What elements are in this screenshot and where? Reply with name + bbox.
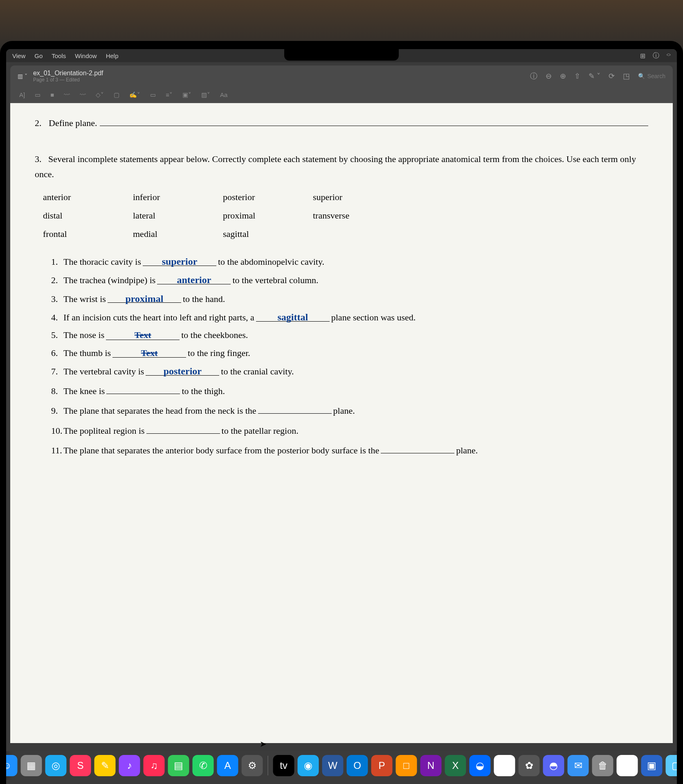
dock-icon-appstore[interactable]: A — [217, 755, 238, 776]
statement-post: plane. — [456, 443, 478, 458]
markup-icon[interactable]: ✎ ˅ — [589, 72, 600, 81]
sign-icon[interactable]: ✍˅ — [129, 91, 140, 99]
menu-tools[interactable]: Tools — [52, 52, 66, 59]
dock-icon-onenote[interactable]: N — [420, 755, 442, 776]
statement-row: 4.If an incision cuts the heart into lef… — [51, 309, 648, 325]
statement-row: 5.The nose is Text to the cheekbones. — [51, 327, 648, 342]
dock-icon-outlook[interactable]: O — [347, 755, 368, 776]
dock-icon-notes[interactable]: ✎ — [94, 755, 116, 776]
dock-icon-launchpad[interactable]: ▦ — [21, 755, 42, 776]
control-center-icon[interactable]: ⊞ — [640, 52, 645, 60]
statement-post: to the patellar region. — [222, 423, 299, 438]
dock-icon-powerpoint[interactable]: P — [371, 755, 393, 776]
statement-post: to the vertebral column. — [232, 273, 318, 288]
statement-answer[interactable]: posterior — [164, 366, 202, 376]
zoom-out-icon[interactable]: ⊖ — [546, 72, 552, 81]
statement-answer[interactable]: Text — [141, 348, 158, 358]
menu-go[interactable]: Go — [34, 52, 43, 59]
cursor-icon: ➤ — [260, 739, 267, 749]
dock-icon-safari2[interactable]: ◉ — [298, 755, 319, 776]
sketch-icon[interactable]: 〰 — [64, 91, 70, 98]
statement-pre: The plane that separates the anterior bo… — [63, 443, 379, 458]
statement-pre: The popliteal region is — [63, 423, 145, 438]
dock-icon-messenger[interactable]: ◒ — [470, 755, 491, 776]
statement-row: 11.The plane that separates the anterior… — [51, 441, 648, 458]
q2-blank[interactable] — [100, 115, 649, 126]
search-field[interactable]: 🔍 Search — [638, 73, 665, 79]
statement-answer[interactable]: anterior — [177, 275, 211, 285]
list-icon[interactable]: ≡˅ — [166, 91, 173, 99]
statement-blank[interactable] — [381, 441, 454, 453]
sidebar-toggle-icon[interactable]: ▥ ˅ — [18, 73, 27, 79]
statement-answer[interactable]: Text — [135, 330, 151, 340]
statement-number: 4. — [51, 310, 63, 325]
dock-icon-books[interactable]: □ — [396, 755, 417, 776]
statement-blank[interactable] — [146, 421, 220, 434]
info-button-icon[interactable]: ⓘ — [530, 71, 537, 81]
dock-icon-settings[interactable]: ⚙ — [242, 755, 263, 776]
redact-icon[interactable]: ■ — [50, 91, 54, 98]
dock-icon-mail[interactable]: ✉ — [568, 755, 589, 776]
statement-blank[interactable]: posterior — [146, 363, 219, 376]
dock-icon-finder[interactable]: ☺ — [6, 755, 18, 776]
dock-icon-excel[interactable]: X — [445, 755, 466, 776]
dock-icon-discord[interactable]: ◓ — [543, 755, 564, 776]
dock-icon-folder[interactable]: ▢ — [666, 755, 677, 776]
dock-icon-whatsapp[interactable]: ✆ — [193, 755, 214, 776]
statement-number: 1. — [51, 254, 63, 269]
statement-answer[interactable]: proximal — [125, 293, 163, 304]
dock-icon-chrome[interactable]: ◕ — [617, 755, 638, 776]
statement-blank[interactable]: anterior — [157, 272, 231, 284]
statement-blank[interactable]: Text — [106, 327, 180, 340]
rect-select-icon[interactable]: ▭ — [35, 91, 40, 99]
q3-number: 3. — [35, 154, 42, 164]
statement-post: plane. — [333, 403, 355, 418]
statement-blank[interactable] — [258, 401, 332, 414]
statement-blank[interactable]: proximal — [108, 291, 181, 303]
statement-row: 2.The trachea (windpipe) is anterior to … — [51, 272, 648, 288]
statement-answer[interactable]: superior — [162, 256, 198, 267]
dock-icon-preview[interactable]: ▣ — [641, 755, 663, 776]
q2-prompt: Define plane. — [49, 115, 97, 131]
shapes-icon[interactable]: ◇˅ — [96, 91, 104, 99]
statement-number: 3. — [51, 291, 63, 306]
share-icon[interactable]: ⇧ — [574, 72, 580, 81]
menu-view[interactable]: View — [12, 52, 25, 59]
word-bank: anteriorinferiorposteriorsuperiordistall… — [43, 189, 648, 242]
statement-pre: The trachea (windpipe) is — [63, 273, 155, 288]
draw-icon[interactable]: 〰 — [80, 91, 86, 98]
note-icon[interactable]: ▭ — [150, 91, 156, 99]
dock-icon-photos[interactable]: ✿ — [519, 755, 540, 776]
statement-blank[interactable]: Text — [112, 345, 186, 358]
text-select-icon[interactable]: A] — [19, 91, 25, 98]
statement-post: to the hand. — [183, 291, 225, 306]
zoom-in-icon[interactable]: ⊕ — [560, 72, 566, 81]
word-bank-term: frontal — [43, 226, 117, 241]
dock-icon-music[interactable]: ♫ — [144, 755, 165, 776]
dock-icon-trash[interactable]: 🗑 — [592, 755, 613, 776]
border-icon[interactable]: ▣˅ — [182, 91, 191, 99]
text-icon[interactable]: ▢ — [114, 91, 119, 99]
statement-blank[interactable]: sagittal — [256, 309, 330, 322]
bluetooth-icon[interactable]: ⌔ — [667, 52, 671, 59]
dock-icon-podcasts[interactable]: ♪ — [119, 755, 140, 776]
crop-icon[interactable]: ◳ — [623, 72, 630, 81]
dock-icon-shortcuts[interactable]: S — [70, 755, 91, 776]
search-icon: 🔍 — [638, 73, 645, 79]
dock-icon-word[interactable]: W — [322, 755, 344, 776]
info-icon[interactable]: ⓘ — [653, 52, 659, 60]
statement-blank[interactable]: superior — [143, 253, 216, 266]
dock-icon-safari[interactable]: ◎ — [45, 755, 67, 776]
statement-pre: The vertebral cavity is — [63, 364, 144, 379]
dock-separator — [268, 756, 268, 775]
dock-icon-appletv[interactable]: tv — [273, 755, 294, 776]
dock-icon-numbers[interactable]: ▤ — [168, 755, 189, 776]
statement-answer[interactable]: sagittal — [277, 312, 308, 322]
fill-icon[interactable]: ▨˅ — [201, 91, 210, 99]
statement-blank[interactable] — [106, 381, 180, 394]
rotate-icon[interactable]: ⟳ — [609, 72, 615, 81]
menu-window[interactable]: Window — [75, 52, 97, 59]
menu-help[interactable]: Help — [106, 52, 119, 59]
dock-icon-freeform[interactable]: F — [494, 755, 515, 776]
text-style-icon[interactable]: Aa — [220, 91, 227, 98]
